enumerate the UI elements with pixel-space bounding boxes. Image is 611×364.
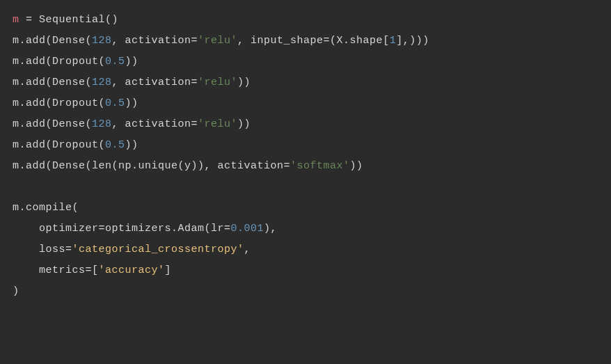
text: m.add(Dense(len(np.unique(y)), activatio… bbox=[13, 160, 290, 172]
number-05: 0.5 bbox=[105, 56, 125, 68]
text: )) bbox=[125, 139, 138, 151]
indent bbox=[13, 244, 39, 255]
text: , bbox=[244, 244, 251, 255]
code-line-10: m.compile( bbox=[13, 198, 598, 219]
string-relu: 'relu' bbox=[198, 35, 237, 47]
number-05: 0.5 bbox=[105, 97, 125, 109]
code-line-2: m.add(Dense(128, activation='relu', inpu… bbox=[13, 31, 598, 52]
number-128: 128 bbox=[92, 118, 112, 130]
text: )) bbox=[237, 118, 251, 130]
text: ],))) bbox=[396, 35, 429, 47]
call-sequential: Sequential() bbox=[39, 14, 118, 26]
op-assign: = bbox=[19, 14, 40, 26]
text: loss= bbox=[39, 244, 72, 255]
string-softmax: 'softmax' bbox=[290, 160, 350, 172]
text: m.add(Dense( bbox=[13, 35, 92, 47]
code-line-8: m.add(Dense(len(np.unique(y)), activatio… bbox=[13, 156, 598, 177]
code-line-14: ) bbox=[13, 281, 598, 302]
text: , activation= bbox=[112, 35, 198, 47]
indent bbox=[13, 223, 39, 235]
code-line-blank bbox=[13, 177, 598, 198]
text: )) bbox=[125, 56, 138, 68]
string-crossentropy: 'categorical_crossentropy' bbox=[72, 244, 244, 255]
text: m.add(Dropout( bbox=[13, 139, 105, 151]
indent bbox=[13, 264, 39, 276]
code-line-5: m.add(Dropout(0.5)) bbox=[13, 93, 598, 114]
text: m.compile( bbox=[13, 202, 79, 214]
code-line-13: metrics=['accuracy'] bbox=[13, 260, 598, 281]
text: , activation= bbox=[112, 118, 198, 130]
text: ), bbox=[264, 223, 277, 235]
code-line-7: m.add(Dropout(0.5)) bbox=[13, 135, 598, 156]
text: m.add(Dropout( bbox=[13, 97, 105, 109]
text: )) bbox=[237, 77, 251, 88]
text: , activation= bbox=[112, 77, 198, 88]
string-relu: 'relu' bbox=[198, 118, 237, 130]
text: metrics=[ bbox=[39, 264, 99, 276]
code-line-4: m.add(Dense(128, activation='relu')) bbox=[13, 72, 598, 93]
code-line-3: m.add(Dropout(0.5)) bbox=[13, 52, 598, 72]
code-line-6: m.add(Dense(128, activation='relu')) bbox=[13, 114, 598, 135]
number-1: 1 bbox=[390, 35, 397, 47]
text: m.add(Dropout( bbox=[13, 56, 105, 68]
code-line-11: optimizer=optimizers.Adam(lr=0.001), bbox=[13, 219, 598, 239]
close-paren: ) bbox=[13, 285, 19, 297]
number-128: 128 bbox=[92, 35, 112, 47]
code-line-12: loss='categorical_crossentropy', bbox=[13, 239, 598, 260]
text: )) bbox=[125, 97, 138, 109]
text: , input_shape=(X.shape[ bbox=[237, 35, 390, 47]
string-accuracy: 'accuracy' bbox=[99, 264, 165, 276]
number-0001: 0.001 bbox=[231, 223, 264, 235]
text: )) bbox=[350, 160, 363, 172]
text: m.add(Dense( bbox=[13, 118, 92, 130]
variable-m: m bbox=[13, 14, 19, 26]
text: m.add(Dense( bbox=[13, 77, 92, 88]
number-05: 0.5 bbox=[105, 139, 125, 151]
string-relu: 'relu' bbox=[198, 77, 237, 88]
number-128: 128 bbox=[92, 77, 112, 88]
code-line-1: m = Sequential() bbox=[13, 10, 598, 31]
text: optimizer=optimizers.Adam(lr= bbox=[39, 223, 231, 235]
text: ] bbox=[165, 264, 172, 276]
